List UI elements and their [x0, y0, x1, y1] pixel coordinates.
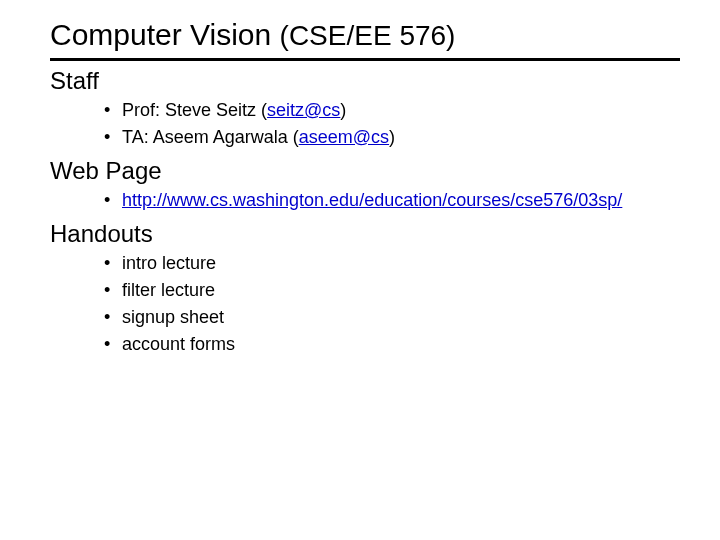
staff-email-link[interactable]: seitz@cs — [267, 100, 340, 120]
webpage-list: http://www.cs.washington.edu/education/c… — [50, 187, 680, 214]
title-sub: (CSE/EE 576) — [280, 20, 456, 51]
slide-container: Computer Vision (CSE/EE 576) Staff Prof:… — [0, 0, 720, 358]
list-item: http://www.cs.washington.edu/education/c… — [122, 187, 680, 214]
list-item: Prof: Steve Seitz (seitz@cs) — [122, 97, 680, 124]
staff-prefix: TA: Aseem Agarwala ( — [122, 127, 299, 147]
list-item: filter lecture — [122, 277, 680, 304]
list-item: intro lecture — [122, 250, 680, 277]
title-main: Computer Vision — [50, 18, 271, 51]
staff-suffix: ) — [340, 100, 346, 120]
section-heading-handouts: Handouts — [50, 220, 680, 248]
staff-list: Prof: Steve Seitz (seitz@cs) TA: Aseem A… — [50, 97, 680, 151]
staff-suffix: ) — [389, 127, 395, 147]
handouts-list: intro lecture filter lecture signup shee… — [50, 250, 680, 358]
page-title: Computer Vision (CSE/EE 576) — [50, 18, 680, 52]
staff-email-link[interactable]: aseem@cs — [299, 127, 389, 147]
list-item: TA: Aseem Agarwala (aseem@cs) — [122, 124, 680, 151]
section-heading-webpage: Web Page — [50, 157, 680, 185]
staff-prefix: Prof: Steve Seitz ( — [122, 100, 267, 120]
list-item: account forms — [122, 331, 680, 358]
list-item: signup sheet — [122, 304, 680, 331]
section-heading-staff: Staff — [50, 67, 680, 95]
title-divider — [50, 58, 680, 61]
course-url-link[interactable]: http://www.cs.washington.edu/education/c… — [122, 190, 622, 210]
